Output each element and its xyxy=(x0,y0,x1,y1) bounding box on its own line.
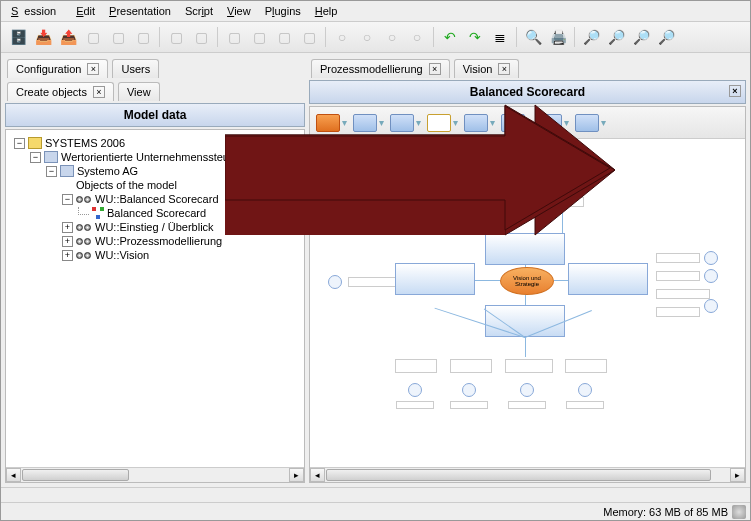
diagram-node[interactable] xyxy=(656,271,700,281)
diagram-node[interactable] xyxy=(566,401,604,409)
scroll-thumb[interactable] xyxy=(22,469,129,481)
menubar: Session Edit Presentation Script View Pl… xyxy=(1,1,750,22)
diagram-node[interactable] xyxy=(462,383,476,397)
zoom-in-icon[interactable]: 🔎 xyxy=(580,26,602,48)
memory-status: Memory: 63 MB of 85 MB xyxy=(603,506,728,518)
menu-plugins[interactable]: Plugins xyxy=(259,3,307,19)
model-icon xyxy=(44,151,58,163)
folder-icon xyxy=(28,137,42,149)
menu-session[interactable]: Session xyxy=(5,3,68,19)
diagram-node[interactable] xyxy=(578,383,592,397)
scrollbar-horizontal[interactable]: ◂ ▸ xyxy=(6,467,304,482)
scrollbar-horizontal[interactable]: ◂ ▸ xyxy=(310,467,745,482)
list-icon[interactable]: ≣ xyxy=(489,26,511,48)
tab-users[interactable]: Users xyxy=(112,59,159,78)
db-icon[interactable]: 🗄️ xyxy=(7,26,29,48)
tab-vision[interactable]: Vision× xyxy=(454,59,520,78)
tool-12-icon: ▢ xyxy=(298,26,320,48)
tool-5-icon: ▢ xyxy=(107,26,129,48)
diagram-center[interactable]: Vision und Strategie xyxy=(500,267,554,295)
tree-node[interactable]: +WU::Vision xyxy=(12,248,298,262)
diagram-node[interactable] xyxy=(520,383,534,397)
tool-15-icon: ○ xyxy=(381,26,403,48)
tool-6-icon: ▢ xyxy=(132,26,154,48)
diagram-node[interactable] xyxy=(450,401,488,409)
diagram-node[interactable] xyxy=(565,359,607,373)
main-area: Configuration× Users Create objects× Vie… xyxy=(1,53,750,487)
model-icon xyxy=(60,165,74,177)
expand-icon[interactable]: + xyxy=(62,250,73,261)
scroll-left-icon[interactable]: ◂ xyxy=(310,468,325,482)
close-icon[interactable]: × xyxy=(429,63,441,75)
tab-configuration[interactable]: Configuration× xyxy=(7,59,108,78)
diagram-node[interactable] xyxy=(395,359,437,373)
print-icon[interactable]: 🖨️ xyxy=(547,26,569,48)
close-icon[interactable]: × xyxy=(498,63,510,75)
diagram-box[interactable] xyxy=(395,263,475,295)
tool-16-icon: ○ xyxy=(406,26,428,48)
diagram-node[interactable] xyxy=(704,299,718,313)
diagram-node[interactable] xyxy=(704,251,718,265)
diagram-node[interactable] xyxy=(450,359,492,373)
svg-rect-3 xyxy=(225,200,505,235)
close-icon[interactable]: × xyxy=(93,86,105,98)
diagram-node[interactable] xyxy=(348,277,398,287)
scroll-right-icon[interactable]: ▸ xyxy=(289,468,304,482)
diagram-node[interactable] xyxy=(508,401,546,409)
collapse-icon[interactable]: − xyxy=(62,194,73,205)
tool-13-icon: ○ xyxy=(331,26,353,48)
redo-icon[interactable]: ↷ xyxy=(464,26,486,48)
diagram-node[interactable] xyxy=(704,269,718,283)
scorecard-icon xyxy=(92,207,104,219)
tool-14-icon: ○ xyxy=(356,26,378,48)
menu-presentation[interactable]: Presentation xyxy=(103,3,177,19)
export-icon[interactable]: 📤 xyxy=(57,26,79,48)
tool-9-icon: ▢ xyxy=(223,26,245,48)
menu-help[interactable]: Help xyxy=(309,3,344,19)
diagram-node[interactable] xyxy=(656,289,710,299)
tool-10-icon: ▢ xyxy=(248,26,270,48)
diagram-node[interactable] xyxy=(408,383,422,397)
diagram-node[interactable] xyxy=(656,253,700,263)
diagram-node[interactable] xyxy=(505,359,553,373)
tab-create-objects[interactable]: Create objects× xyxy=(7,82,114,101)
menu-script[interactable]: Script xyxy=(179,3,219,19)
diagram-box[interactable] xyxy=(485,305,565,337)
close-icon[interactable]: × xyxy=(729,85,741,97)
bottom-scroll-strip xyxy=(1,487,750,502)
collapse-icon[interactable]: − xyxy=(14,138,25,149)
view-icon xyxy=(76,195,92,203)
expand-icon[interactable]: + xyxy=(62,236,73,247)
view-icon xyxy=(76,251,92,259)
scroll-thumb[interactable] xyxy=(326,469,711,481)
scroll-right-icon[interactable]: ▸ xyxy=(730,468,745,482)
zoom-out-icon[interactable]: 🔎 xyxy=(605,26,627,48)
diagram-node[interactable] xyxy=(656,307,700,317)
view-icon xyxy=(76,237,92,245)
main-toolbar: 🗄️ 📥 📤 ▢ ▢ ▢ ▢ ▢ ▢ ▢ ▢ ▢ ○ ○ ○ ○ ↶ ↷ ≣ 🔍… xyxy=(1,22,750,53)
collapse-icon[interactable]: − xyxy=(46,166,57,177)
tab-prozessmodellierung[interactable]: Prozessmodellierung× xyxy=(311,59,450,78)
diagram-node[interactable] xyxy=(396,401,434,409)
paste-icon: ▢ xyxy=(190,26,212,48)
tab-view[interactable]: View xyxy=(118,82,160,101)
diagram-node[interactable] xyxy=(328,275,342,289)
annotation-arrow xyxy=(225,100,615,240)
close-icon[interactable]: × xyxy=(87,63,99,75)
menu-edit[interactable]: Edit xyxy=(70,3,101,19)
tool-11-icon: ▢ xyxy=(273,26,295,48)
tool-4-icon: ▢ xyxy=(82,26,104,48)
view-icon xyxy=(76,223,92,231)
preview-icon[interactable]: 🔍 xyxy=(522,26,544,48)
collapse-icon[interactable]: − xyxy=(30,152,41,163)
diagram-box[interactable] xyxy=(568,263,648,295)
trash-icon[interactable] xyxy=(732,505,746,519)
undo-icon[interactable]: ↶ xyxy=(439,26,461,48)
statusbar: Memory: 63 MB of 85 MB xyxy=(1,502,750,520)
import-icon[interactable]: 📥 xyxy=(32,26,54,48)
scroll-left-icon[interactable]: ◂ xyxy=(6,468,21,482)
expand-icon[interactable]: + xyxy=(62,222,73,233)
zoom-100-icon[interactable]: 🔎 xyxy=(655,26,677,48)
menu-view[interactable]: View xyxy=(221,3,257,19)
zoom-fit-icon[interactable]: 🔎 xyxy=(630,26,652,48)
